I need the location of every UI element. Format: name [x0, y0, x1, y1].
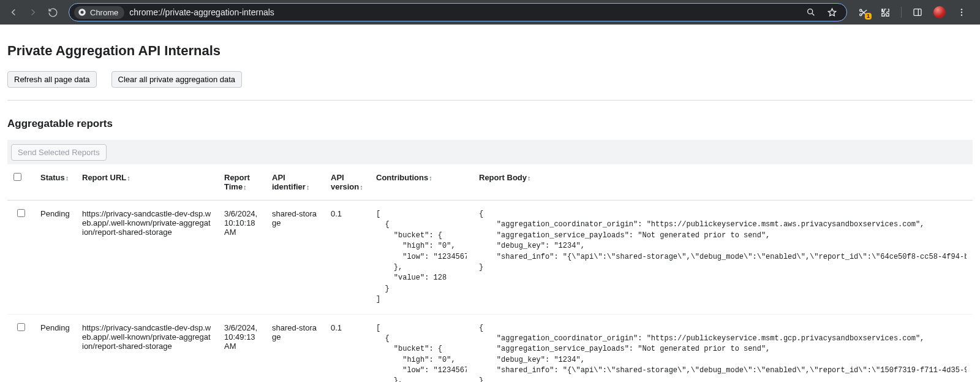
- send-selected-button[interactable]: Send Selected Reports: [11, 144, 107, 161]
- back-button[interactable]: [5, 4, 22, 21]
- page-actions: Refresh all page data Clear all private …: [7, 71, 973, 88]
- contributions: [ { "bucket": { "high": "0", "low": "123…: [370, 314, 473, 382]
- select-all-header: [7, 164, 34, 201]
- report-url-text: https://privacy-sandcastle-dev-dsp.web.a…: [82, 323, 211, 351]
- extensions-button[interactable]: [876, 4, 894, 21]
- report-url-text: https://privacy-sandcastle-dev-dsp.web.a…: [82, 209, 211, 237]
- reports-table: Status Report URL Report Time API identi…: [7, 164, 973, 382]
- browser-toolbar: Chrome chrome://private-aggregation-inte…: [0, 0, 980, 25]
- extension-button[interactable]: 1: [854, 4, 872, 21]
- report-body: { "aggregation_coordinator_origin": "htt…: [473, 201, 973, 315]
- row-select-checkbox[interactable]: [17, 323, 25, 331]
- toolbar-separator: [901, 7, 902, 18]
- contributions-text: [ { "bucket": { "high": "0", "low": "123…: [376, 209, 467, 305]
- report-url: https://privacy-sandcastle-dev-dsp.web.a…: [76, 314, 218, 382]
- page-content: Private Aggregation API Internals Refres…: [0, 25, 980, 382]
- divider: [7, 100, 973, 101]
- section-title: Aggregatable reports: [7, 118, 973, 130]
- chrome-chip-label: Chrome: [90, 8, 118, 17]
- svg-point-1: [80, 10, 83, 13]
- zoom-icon: [806, 7, 816, 17]
- bookmark-button[interactable]: [823, 4, 840, 21]
- contributions-header[interactable]: Contributions: [370, 164, 473, 201]
- arrow-left-icon: [8, 7, 19, 18]
- status-text: Pending: [40, 209, 70, 218]
- reload-button[interactable]: [44, 4, 61, 21]
- status: Pending: [34, 201, 76, 315]
- svg-rect-5: [914, 9, 921, 16]
- chrome-chip: Chrome: [74, 6, 124, 19]
- svg-point-7: [961, 12, 962, 13]
- sidepanel-button[interactable]: [909, 4, 926, 21]
- row-select-checkbox[interactable]: [17, 209, 25, 217]
- table-row: Pendinghttps://privacy-sandcastle-dev-ds…: [7, 201, 973, 315]
- page-title: Private Aggregation API Internals: [7, 43, 973, 59]
- report-body-text: { "aggregation_coordinator_origin": "htt…: [479, 209, 967, 273]
- table-row: Pendinghttps://privacy-sandcastle-dev-ds…: [7, 314, 973, 382]
- svg-point-6: [961, 9, 962, 10]
- clear-button[interactable]: Clear all private aggregation data: [111, 71, 243, 88]
- api-identifier-text: shared-storage: [272, 323, 317, 342]
- reload-icon: [48, 7, 58, 18]
- api-version: 0.1: [325, 314, 370, 382]
- contributions: [ { "bucket": { "high": "0", "low": "123…: [370, 201, 473, 315]
- api-version: 0.1: [325, 201, 370, 315]
- extension-badge: 1: [865, 13, 872, 20]
- report-url: https://privacy-sandcastle-dev-dsp.web.a…: [76, 201, 218, 315]
- api-identifier-header[interactable]: API identifier: [266, 164, 325, 201]
- report-body-text: { "aggregation_coordinator_origin": "htt…: [479, 323, 967, 382]
- sidepanel-icon: [913, 7, 922, 17]
- svg-point-8: [961, 14, 962, 15]
- api-version-text: 0.1: [331, 209, 342, 218]
- api-version-header[interactable]: API version: [325, 164, 370, 201]
- arrow-right-icon: [28, 7, 39, 18]
- status: Pending: [34, 314, 76, 382]
- report-time: 3/6/2024, 10:49:13 AM: [218, 314, 266, 382]
- row-select-cell: [7, 201, 34, 315]
- api-identifier: shared-storage: [266, 314, 325, 382]
- menu-button[interactable]: [953, 4, 970, 21]
- star-icon: [827, 7, 837, 18]
- report-time-text: 3/6/2024, 10:49:13 AM: [224, 323, 257, 351]
- status-header[interactable]: Status: [34, 164, 76, 201]
- report-time: 3/6/2024, 10:10:18 AM: [218, 201, 266, 315]
- table-header-row: Status Report URL Report Time API identi…: [7, 164, 973, 201]
- report-body-header[interactable]: Report Body: [473, 164, 973, 201]
- select-all-checkbox[interactable]: [13, 173, 21, 181]
- section-toolbar: Send Selected Reports: [7, 140, 973, 164]
- forward-button[interactable]: [24, 4, 42, 21]
- refresh-button[interactable]: Refresh all page data: [7, 71, 97, 88]
- puzzle-icon: [880, 7, 891, 18]
- api-version-text: 0.1: [331, 323, 342, 332]
- contributions-text: [ { "bucket": { "high": "0", "low": "123…: [376, 323, 467, 382]
- report-url-header[interactable]: Report URL: [76, 164, 218, 201]
- svg-point-2: [808, 9, 813, 14]
- kebab-icon: [957, 7, 967, 17]
- url-text: chrome://private-aggregation-internals: [129, 7, 274, 17]
- report-time-text: 3/6/2024, 10:10:18 AM: [224, 209, 257, 237]
- avatar-icon: [933, 6, 946, 18]
- api-identifier-text: shared-storage: [272, 209, 317, 227]
- row-select-cell: [7, 314, 34, 382]
- report-time-header[interactable]: Report Time: [218, 164, 266, 201]
- report-body: { "aggregation_coordinator_origin": "htt…: [473, 314, 973, 382]
- profile-button[interactable]: [931, 4, 948, 21]
- api-identifier: shared-storage: [266, 201, 325, 315]
- omnibox[interactable]: Chrome chrome://private-aggregation-inte…: [69, 3, 847, 21]
- status-text: Pending: [40, 323, 70, 332]
- chrome-icon: [78, 8, 86, 17]
- toolbar-actions: 1: [854, 4, 975, 21]
- zoom-icon-button[interactable]: [802, 4, 820, 21]
